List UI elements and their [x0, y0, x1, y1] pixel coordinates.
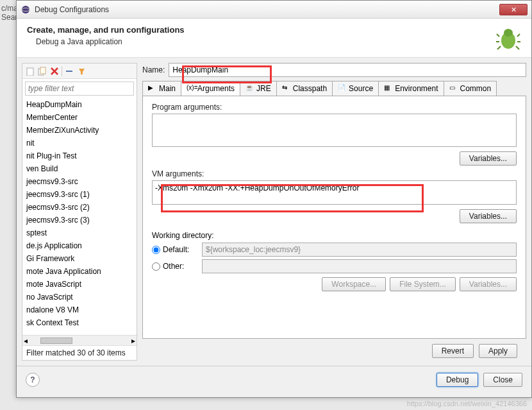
apply-button[interactable]: Apply [479, 344, 517, 358]
vm-args-label: VM arguments: [152, 169, 517, 178]
list-item[interactable]: mote JavaScript [22, 278, 137, 291]
classpath-tab-icon: ⇆ [282, 84, 291, 93]
right-panel: Name: ▶Main(x)=Arguments☕JRE⇆Classpath📄S… [142, 63, 526, 361]
duplicate-icon[interactable] [37, 66, 47, 76]
wd-default-radio[interactable] [152, 246, 160, 254]
filter-input[interactable] [25, 81, 134, 96]
name-input[interactable] [169, 63, 526, 77]
header-title: Create, manage, and run configurations [27, 25, 495, 35]
svg-rect-10 [27, 68, 33, 76]
close-button[interactable]: Close [483, 373, 522, 387]
wd-other-radio[interactable] [152, 262, 160, 271]
window-title: Debug Configurations [35, 5, 499, 14]
list-item[interactable]: Gi Framework [22, 252, 137, 265]
arguments-tab-icon: (x)= [187, 84, 195, 93]
vm-vars-button[interactable]: Variables... [460, 209, 517, 223]
svg-line-4 [497, 34, 499, 37]
jre-tab-icon: ☕ [245, 84, 254, 93]
environment-tab-icon: ▦ [384, 84, 393, 93]
dialog-header: Create, manage, and run configurations D… [17, 19, 531, 58]
list-item[interactable]: no JavaScript [22, 291, 137, 303]
list-item[interactable]: ndalone V8 VM [22, 303, 137, 316]
wd-variables-button[interactable]: Variables... [460, 277, 517, 291]
config-toolbar [22, 64, 137, 79]
debug-button[interactable]: Debug [436, 373, 478, 387]
vm-args-textarea[interactable]: -Xms20m -Xmx20m -XX:+HeapDumpOnOutOfMemo… [152, 180, 517, 205]
program-args-textarea[interactable] [152, 114, 517, 147]
tab-source[interactable]: 📄Source [332, 81, 379, 96]
name-label: Name: [142, 65, 165, 74]
source-tab-icon: 📄 [338, 84, 347, 93]
workspace-button[interactable]: Workspace... [322, 277, 386, 291]
list-item[interactable]: mote Java Application [22, 265, 137, 278]
list-item[interactable]: jeecmsv9.3-src (3) [22, 214, 137, 226]
revert-button[interactable]: Revert [432, 344, 474, 358]
list-item[interactable]: jeecmsv9.3-src (1) [22, 188, 137, 201]
list-item[interactable]: jeecmsv9.3-src (2) [22, 201, 137, 214]
eclipse-icon [21, 4, 31, 15]
wd-other-field[interactable] [202, 259, 517, 273]
tab-arguments-panel: Program arguments: Variables... VM argum… [142, 96, 526, 339]
tab-classpath[interactable]: ⇆Classpath [276, 81, 333, 96]
dialog-footer: ? Debug Close [17, 366, 531, 393]
wd-default-field [202, 243, 517, 257]
list-item[interactable]: ven Build [22, 162, 137, 175]
list-item[interactable]: jeecmsv9.3-src [22, 175, 137, 188]
list-item[interactable]: nit [22, 137, 137, 149]
titlebar[interactable]: Debug Configurations ✕ [17, 1, 531, 19]
new-config-icon[interactable] [25, 66, 35, 76]
dialog-window: Debug Configurations ✕ Create, manage, a… [16, 0, 532, 398]
close-icon[interactable]: ✕ [499, 4, 528, 15]
tab-common[interactable]: ▭Common [444, 81, 497, 96]
tab-environment[interactable]: ▦Environment [378, 81, 444, 96]
filter-dropdown-icon[interactable] [76, 66, 87, 76]
program-vars-button[interactable]: Variables... [460, 151, 517, 166]
header-subtitle: Debug a Java application [36, 37, 495, 46]
list-item[interactable]: de.js Application [22, 239, 137, 252]
help-icon[interactable]: ? [26, 373, 40, 387]
list-item[interactable]: sptest [22, 226, 137, 239]
delete-icon[interactable] [49, 66, 60, 76]
svg-line-8 [497, 46, 501, 49]
working-dir-label: Working directory: [152, 231, 213, 240]
common-tab-icon: ▭ [449, 84, 458, 93]
watermark: https://blog.csdn.net/weixin_42146366 [407, 400, 527, 407]
config-list[interactable]: HeapDumpMainMemberCenterMemberZiXunActiv… [22, 98, 137, 335]
list-item[interactable]: nit Plug-in Test [22, 149, 137, 162]
svg-rect-12 [40, 67, 46, 74]
svg-point-3 [504, 29, 513, 37]
tab-jre[interactable]: ☕JRE [240, 81, 277, 96]
list-item[interactable]: MemberCenter [22, 111, 137, 124]
list-item[interactable]: HeapDumpMain [22, 98, 137, 111]
tabs: ▶Main(x)=Arguments☕JRE⇆Classpath📄Source▦… [142, 81, 526, 96]
filter-status: Filter matched 30 of 30 items [22, 345, 137, 360]
filesystem-button[interactable]: File System... [390, 277, 456, 291]
svg-point-0 [22, 6, 29, 13]
tab-arguments[interactable]: (x)=Arguments [181, 81, 240, 96]
tab-main[interactable]: ▶Main [142, 81, 181, 96]
program-args-label: Program arguments: [152, 103, 517, 112]
list-item[interactable]: MemberZiXunActivity [22, 124, 137, 137]
bug-icon [495, 25, 521, 51]
main-tab-icon: ▶ [148, 84, 157, 93]
horizontal-scrollbar[interactable]: ◂▸ [22, 335, 137, 345]
list-item[interactable]: sk Context Test [22, 316, 137, 329]
svg-rect-13 [66, 71, 72, 72]
collapse-icon[interactable] [64, 66, 74, 76]
svg-line-9 [516, 46, 519, 49]
left-panel: HeapDumpMainMemberCenterMemberZiXunActiv… [22, 63, 137, 361]
svg-line-5 [517, 34, 520, 37]
